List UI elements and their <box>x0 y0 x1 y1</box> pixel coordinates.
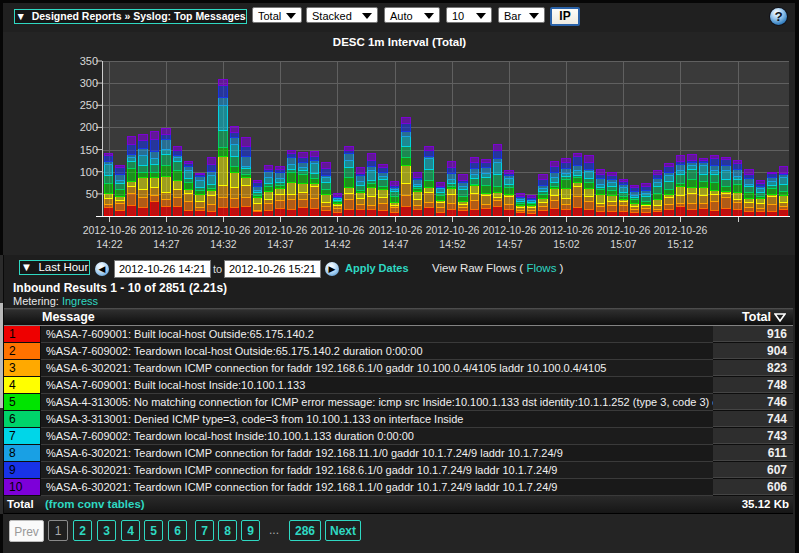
svg-text:250: 250 <box>80 99 98 111</box>
svg-text:15:07: 15:07 <box>610 238 636 250</box>
svg-text:2012-10-26: 2012-10-26 <box>426 224 480 236</box>
svg-text:14:47: 14:47 <box>382 238 408 250</box>
svg-text:14:52: 14:52 <box>439 238 465 250</box>
svg-text:14:37: 14:37 <box>267 238 293 250</box>
svg-text:14:32: 14:32 <box>210 238 236 250</box>
svg-text:300: 300 <box>80 77 98 89</box>
svg-text:2012-10-26: 2012-10-26 <box>654 224 708 236</box>
svg-text:15:12: 15:12 <box>667 238 693 250</box>
svg-text:14:22: 14:22 <box>96 238 122 250</box>
svg-text:2012-10-26: 2012-10-26 <box>83 224 137 236</box>
svg-text:2012-10-26: 2012-10-26 <box>197 224 251 236</box>
svg-text:2012-10-26: 2012-10-26 <box>369 224 423 236</box>
svg-text:2012-10-26: 2012-10-26 <box>597 224 651 236</box>
svg-text:100: 100 <box>80 166 98 178</box>
svg-text:2012-10-26: 2012-10-26 <box>254 224 308 236</box>
svg-text:14:27: 14:27 <box>153 238 179 250</box>
svg-text:15:02: 15:02 <box>553 238 579 250</box>
svg-text:2012-10-26: 2012-10-26 <box>483 224 537 236</box>
svg-text:2012-10-26: 2012-10-26 <box>540 224 594 236</box>
svg-text:350: 350 <box>80 55 98 67</box>
svg-text:14:57: 14:57 <box>496 238 522 250</box>
svg-text:14:42: 14:42 <box>324 238 350 250</box>
svg-text:2012-10-26: 2012-10-26 <box>311 224 365 236</box>
svg-text:150: 150 <box>80 144 98 156</box>
svg-text:200: 200 <box>80 121 98 133</box>
svg-text:50: 50 <box>86 188 98 200</box>
svg-text:2012-10-26: 2012-10-26 <box>140 224 194 236</box>
